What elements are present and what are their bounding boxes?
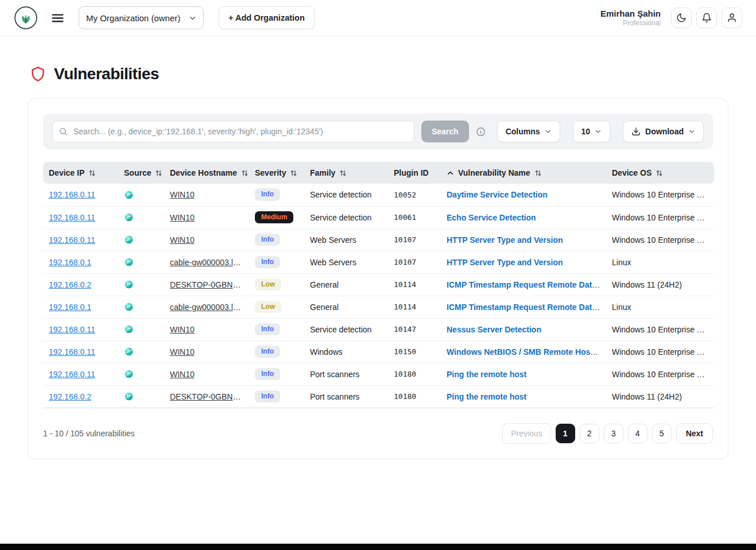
download-dropdown[interactable]: Download: [623, 121, 704, 142]
dark-mode-toggle-button[interactable]: [671, 7, 692, 28]
add-organization-button[interactable]: + Add Organization: [219, 6, 315, 29]
columns-dropdown[interactable]: Columns: [497, 121, 560, 142]
device-os-cell: Windows 11 (24H2): [606, 273, 714, 296]
device-hostname-link[interactable]: cable-gw000003.lo...: [170, 303, 244, 312]
download-icon: [631, 127, 641, 136]
vulnerability-name-link[interactable]: Ping the remote host: [447, 392, 526, 401]
page-size-select[interactable]: 10: [573, 121, 611, 142]
chevron-down-icon: [595, 128, 602, 135]
table-row: 192.168.0.11 WIN10 Info Port scanners 10…: [43, 363, 714, 385]
device-ip-link[interactable]: 192.168.0.2: [49, 392, 91, 401]
menu-toggle-button[interactable]: [51, 11, 65, 25]
device-os-cell: Windows 11 (24H2): [606, 385, 714, 408]
device-ip-link[interactable]: 192.168.0.1: [49, 258, 91, 267]
previous-page-button[interactable]: Previous: [502, 423, 550, 444]
column-label: Severity: [255, 168, 286, 177]
vulnerability-name-link[interactable]: Daytime Service Detection: [447, 190, 548, 199]
column-header-device-ip[interactable]: Device IP: [43, 162, 118, 184]
table-row: 192.168.0.1 cable-gw000003.lo... Low Gen…: [43, 296, 714, 318]
sort-icon: [155, 169, 162, 177]
organization-select[interactable]: My Organization (owner): [79, 6, 204, 29]
results-summary: 1 - 10 / 105 vulnerabilities: [43, 429, 135, 438]
columns-dropdown-label: Columns: [506, 127, 540, 136]
device-ip-link[interactable]: 192.168.0.11: [49, 325, 95, 334]
vulnerability-name-link[interactable]: ICMP Timestamp Request Remote Date ...: [447, 303, 605, 312]
app-logo-icon: [14, 6, 38, 30]
search-button[interactable]: Search: [421, 121, 469, 142]
vulnerability-name-link[interactable]: HTTP Server Type and Version: [447, 258, 563, 267]
device-ip-link[interactable]: 192.168.0.1: [49, 303, 91, 312]
device-hostname-link[interactable]: WIN10: [170, 190, 195, 199]
severity-badge: Info: [255, 346, 280, 358]
device-hostname-link[interactable]: WIN10: [170, 235, 195, 245]
column-label: Source: [124, 168, 151, 177]
severity-badge: Info: [255, 234, 280, 246]
severity-badge: Info: [255, 256, 280, 269]
search-input[interactable]: [52, 121, 414, 142]
device-ip-link[interactable]: 192.168.0.11: [49, 235, 95, 245]
device-os-cell: Windows 10 Enterprise Ev...: [606, 206, 714, 228]
toolbar: Search Columns 10: [43, 114, 713, 149]
app-logo[interactable]: [14, 6, 38, 30]
page-button-2[interactable]: 2: [580, 424, 599, 443]
table-row: 192.168.0.2 DESKTOP-0GBNRQ2 Info Port sc…: [43, 385, 714, 408]
column-header-severity[interactable]: Severity: [249, 162, 304, 184]
page-size-value: 10: [581, 127, 591, 136]
notifications-button[interactable]: [696, 7, 717, 28]
organization-select-value: My Organization (owner): [86, 13, 180, 23]
sort-icon: [241, 169, 249, 177]
family-cell: Service detection: [304, 184, 388, 206]
nessus-source-icon: [124, 347, 134, 357]
nessus-source-icon: [124, 392, 134, 401]
device-ip-link[interactable]: 192.168.0.11: [49, 190, 95, 199]
vulnerability-name-link[interactable]: Echo Service Detection: [447, 213, 536, 222]
device-ip-link[interactable]: 192.168.0.11: [49, 347, 95, 357]
profile-button[interactable]: [722, 7, 742, 28]
info-circle-icon: [476, 127, 486, 137]
device-ip-link[interactable]: 192.168.0.2: [49, 280, 91, 289]
device-os-cell: Windows 10 Enterprise Ev...: [606, 184, 714, 206]
column-header-device-hostname[interactable]: Device Hostname: [164, 162, 249, 184]
nessus-source-icon: [124, 302, 134, 312]
topbar: My Organization (owner) + Add Organizati…: [0, 0, 756, 36]
plugin-id-cell: 10107: [388, 251, 441, 273]
table-row: 192.168.0.11 WIN10 Info Service detectio…: [43, 318, 714, 340]
search-help-button[interactable]: [476, 127, 486, 137]
plugin-id-cell: 10114: [388, 273, 441, 296]
topbar-right: Emirhan Şahin Professional: [600, 7, 742, 28]
device-hostname-link[interactable]: WIN10: [170, 370, 195, 379]
family-cell: Web Servers: [304, 251, 388, 273]
device-os-cell: Windows 10 Enterprise Ev...: [606, 340, 714, 363]
device-hostname-link[interactable]: WIN10: [170, 325, 195, 334]
page-button-1[interactable]: 1: [556, 424, 575, 443]
device-ip-link[interactable]: 192.168.0.11: [49, 370, 95, 379]
vulnerability-name-link[interactable]: ICMP Timestamp Request Remote Date ...: [447, 280, 605, 289]
vulnerability-name-link[interactable]: Ping the remote host: [447, 370, 526, 379]
family-cell: Web Servers: [304, 228, 388, 251]
sort-icon: [339, 169, 347, 177]
device-ip-link[interactable]: 192.168.0.11: [49, 213, 95, 222]
column-header-family[interactable]: Family: [304, 162, 388, 184]
vulnerability-name-link[interactable]: Windows NetBIOS / SMB Remote Host I...: [447, 347, 604, 357]
vulnerability-name-link[interactable]: HTTP Server Type and Version: [447, 235, 563, 245]
vulnerabilities-card: Search Columns 10: [28, 98, 728, 459]
device-hostname-link[interactable]: DESKTOP-0GBNRQ2: [170, 392, 249, 401]
device-os-cell: Windows 10 Enterprise Ev...: [606, 228, 714, 251]
device-hostname-link[interactable]: WIN10: [170, 347, 195, 357]
next-page-button[interactable]: Next: [676, 423, 713, 444]
column-header-device-os[interactable]: Device OS: [606, 162, 714, 184]
table-row: 192.168.0.11 WIN10 Info Service detectio…: [43, 184, 714, 206]
column-header-source[interactable]: Source: [118, 162, 164, 184]
device-hostname-link[interactable]: WIN10: [170, 213, 195, 222]
vulnerability-name-link[interactable]: Nessus Server Detection: [447, 325, 541, 334]
page-button-3[interactable]: 3: [604, 424, 623, 443]
severity-badge: Info: [255, 390, 280, 403]
page-button-5[interactable]: 5: [652, 424, 672, 443]
bottom-bar: [0, 544, 756, 550]
device-os-cell: Windows 10 Enterprise Ev...: [606, 363, 714, 385]
column-header-vulnerability-name[interactable]: Vulnerability Name: [441, 162, 606, 184]
device-hostname-link[interactable]: cable-gw000003.lo...: [170, 258, 244, 267]
page-button-4[interactable]: 4: [628, 424, 648, 443]
device-os-cell: Linux: [606, 251, 714, 273]
device-hostname-link[interactable]: DESKTOP-0GBNRQ2: [170, 280, 249, 289]
